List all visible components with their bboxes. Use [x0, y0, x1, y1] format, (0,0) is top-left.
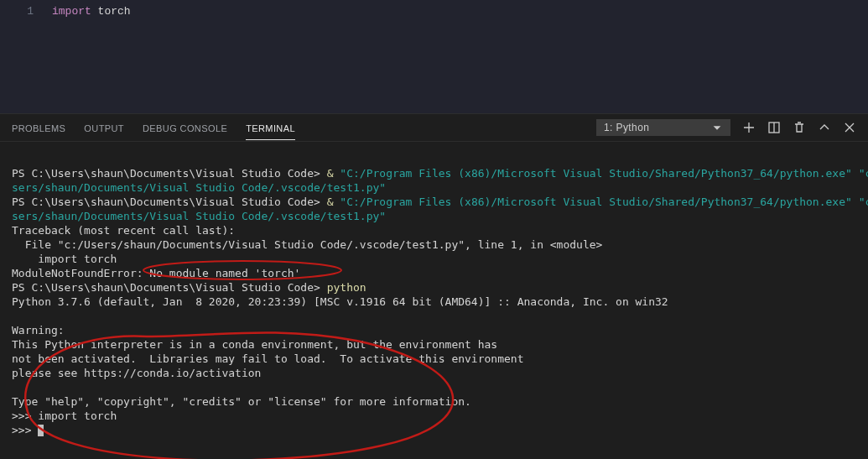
- term-line: Traceback (most recent call last):: [12, 224, 235, 237]
- trash-icon: [793, 121, 806, 134]
- term-line: import torch: [12, 253, 117, 265]
- chevron-down-icon: [711, 122, 723, 133]
- term-line: PS C:\Users\shaun\Documents\Visual Studi…: [12, 281, 366, 294]
- term-line: Python 3.7.6 (default, Jan 8 2020, 20:23…: [12, 295, 668, 308]
- term-line: >>> import torch: [12, 409, 117, 422]
- term-line: >>>: [12, 424, 44, 436]
- term-line: sers/shaun/Documents/Visual Studio Code/…: [12, 210, 386, 222]
- chevron-up-icon: [818, 121, 831, 134]
- new-terminal-button[interactable]: [742, 121, 756, 134]
- code-editor[interactable]: 1 import torch: [0, 0, 868, 113]
- panel-header: PROBLEMS OUTPUT DEBUG CONSOLE TERMINAL 1…: [0, 113, 868, 142]
- terminal-selector-label: 1: Python: [604, 122, 649, 133]
- tab-terminal[interactable]: TERMINAL: [246, 116, 295, 140]
- close-icon: [843, 121, 856, 134]
- split-terminal-button[interactable]: [767, 121, 781, 134]
- term-line: PS C:\Users\shaun\Documents\Visual Studi…: [12, 196, 868, 208]
- python-keyword: import: [52, 5, 91, 18]
- term-line: Warning:: [12, 324, 65, 336]
- panel-close-button[interactable]: [843, 121, 856, 134]
- terminal-cursor: [38, 425, 44, 436]
- editor-gutter: 1: [0, 0, 52, 113]
- panel-actions: 1: Python: [596, 119, 856, 136]
- plus-icon: [742, 121, 756, 134]
- term-line: sers/shaun/Documents/Visual Studio Code/…: [12, 181, 386, 194]
- tab-problems[interactable]: PROBLEMS: [12, 116, 65, 139]
- terminal-selector[interactable]: 1: Python: [596, 119, 730, 136]
- panel-maximize-button[interactable]: [818, 121, 831, 134]
- term-line: not been activated. Libraries may fail t…: [12, 352, 523, 365]
- tab-output[interactable]: OUTPUT: [84, 116, 124, 139]
- term-line: Type "help", "copyright", "credits" or "…: [12, 395, 471, 408]
- terminal-output[interactable]: PS C:\Users\shaun\Documents\Visual Studi…: [0, 142, 868, 459]
- term-line: This Python interpreter is in a conda en…: [12, 338, 497, 351]
- line-number: 1: [27, 5, 34, 18]
- term-line: File "c:/Users/shaun/Documents/Visual St…: [12, 238, 602, 251]
- split-panel-icon: [767, 121, 781, 134]
- term-line: please see https://conda.io/activation: [12, 367, 261, 379]
- code-line-1[interactable]: import torch: [52, 0, 131, 113]
- python-module: torch: [91, 5, 131, 18]
- kill-terminal-button[interactable]: [793, 121, 806, 134]
- panel-tabs: PROBLEMS OUTPUT DEBUG CONSOLE TERMINAL: [12, 116, 596, 140]
- tab-debug-console[interactable]: DEBUG CONSOLE: [143, 116, 227, 139]
- term-error-line: ModuleNotFoundError: No module named 'to…: [12, 267, 300, 279]
- term-line: PS C:\Users\shaun\Documents\Visual Studi…: [12, 167, 868, 180]
